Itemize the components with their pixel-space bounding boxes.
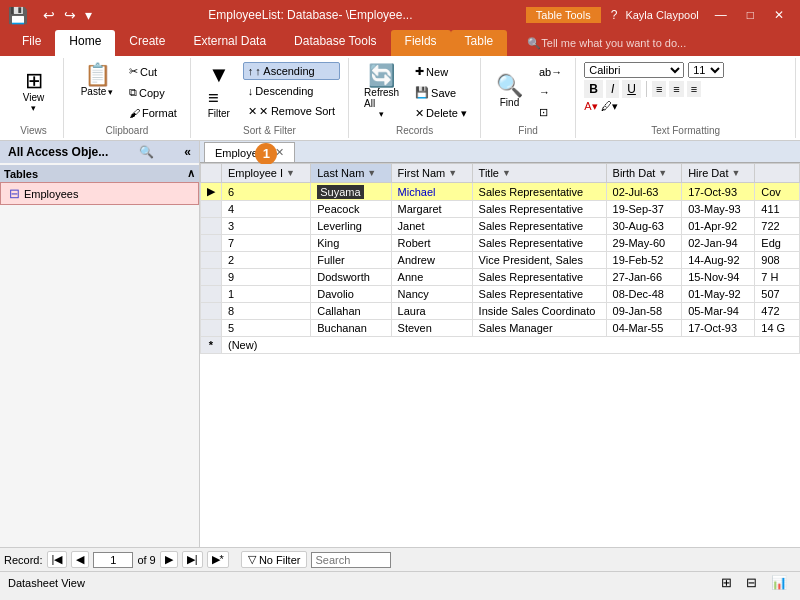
- tab-external-data[interactable]: External Data: [179, 30, 280, 56]
- table-row[interactable]: 4PeacockMargaretSales Representative19-S…: [201, 201, 800, 218]
- format-painter-button[interactable]: 🖌Format: [124, 104, 182, 122]
- table-row[interactable]: 7KingRobertSales Representative29-May-60…: [201, 235, 800, 252]
- cell-employeeid[interactable]: 9: [222, 269, 311, 286]
- cell-birthdate[interactable]: 02-Jul-63: [606, 183, 682, 201]
- delete-record-button[interactable]: ✕Delete ▾: [410, 104, 472, 123]
- copy-button[interactable]: ⧉Copy: [124, 83, 182, 102]
- cell-birthdate[interactable]: 27-Jan-66: [606, 269, 682, 286]
- table-row[interactable]: 8CallahanLauraInside Sales Coordinato09-…: [201, 303, 800, 320]
- goto-button[interactable]: →: [534, 83, 567, 101]
- cell-birthdate[interactable]: 29-May-60: [606, 235, 682, 252]
- cell-birthdate[interactable]: 08-Dec-48: [606, 286, 682, 303]
- cell-employeeid[interactable]: 4: [222, 201, 311, 218]
- cell-birthdate[interactable]: 19-Feb-52: [606, 252, 682, 269]
- tab-file[interactable]: File: [8, 30, 55, 56]
- close-button[interactable]: ✕: [766, 6, 792, 24]
- cell-lastname[interactable]: King: [311, 235, 391, 252]
- cell-hiredate[interactable]: 03-May-93: [682, 201, 755, 218]
- cell-extra[interactable]: 507: [755, 286, 800, 303]
- cell-hiredate[interactable]: 17-Oct-93: [682, 320, 755, 337]
- center-align-button[interactable]: ≡: [669, 81, 683, 97]
- cell-extra[interactable]: Cov: [755, 183, 800, 201]
- cell-employeeid[interactable]: 8: [222, 303, 311, 320]
- table-row[interactable]: 1DavolioNancySales Representative08-Dec-…: [201, 286, 800, 303]
- cut-button[interactable]: ✂Cut: [124, 62, 182, 81]
- bold-button[interactable]: B: [584, 80, 603, 98]
- cell-extra[interactable]: 722: [755, 218, 800, 235]
- cell-firstname[interactable]: Laura: [391, 303, 472, 320]
- col-header-hiredate[interactable]: Hire Dat▼: [682, 164, 755, 183]
- cell-birthdate[interactable]: 19-Sep-37: [606, 201, 682, 218]
- cell-title[interactable]: Sales Representative: [472, 286, 606, 303]
- col-header-lastname[interactable]: Last Nam▼: [311, 164, 391, 183]
- save-record-button[interactable]: 💾Save: [410, 83, 472, 102]
- cell-extra[interactable]: Edg: [755, 235, 800, 252]
- cell-employeeid[interactable]: 1: [222, 286, 311, 303]
- refresh-button[interactable]: 🔄 RefreshAll ▾: [357, 61, 406, 123]
- cell-hiredate[interactable]: 14-Aug-92: [682, 252, 755, 269]
- col-header-birthdate[interactable]: Birth Dat▼: [606, 164, 682, 183]
- cell-extra[interactable]: 411: [755, 201, 800, 218]
- italic-button[interactable]: I: [606, 80, 619, 98]
- table-row[interactable]: 5BuchananStevenSales Manager04-Mar-5517-…: [201, 320, 800, 337]
- paste-button[interactable]: 📋 Paste ▾: [72, 60, 122, 101]
- new-row-label[interactable]: (New): [222, 337, 800, 354]
- new-record-row[interactable]: *(New): [201, 337, 800, 354]
- replace-button[interactable]: ab→: [534, 63, 567, 81]
- cell-extra[interactable]: 908: [755, 252, 800, 269]
- tab-table[interactable]: Table: [451, 30, 508, 56]
- cell-hiredate[interactable]: 05-Mar-94: [682, 303, 755, 320]
- left-align-button[interactable]: ≡: [652, 81, 666, 97]
- filter-button[interactable]: ▼≡ Filter: [199, 60, 239, 123]
- cell-birthdate[interactable]: 30-Aug-63: [606, 218, 682, 235]
- cell-firstname[interactable]: Nancy: [391, 286, 472, 303]
- cell-hiredate[interactable]: 17-Oct-93: [682, 183, 755, 201]
- descending-button[interactable]: ↓ Descending: [243, 82, 340, 100]
- cell-firstname[interactable]: Margaret: [391, 201, 472, 218]
- right-align-button[interactable]: ≡: [687, 81, 701, 97]
- employees-tab[interactable]: Employees 1 ✕: [204, 142, 295, 162]
- cell-firstname[interactable]: Steven: [391, 320, 472, 337]
- tell-me-label[interactable]: Tell me what you want to do...: [541, 37, 686, 49]
- next-record-button[interactable]: ▶: [160, 551, 178, 568]
- nav-item-employees[interactable]: ⊟ Employees: [0, 182, 199, 205]
- cell-hiredate[interactable]: 02-Jan-94: [682, 235, 755, 252]
- last-record-button[interactable]: ▶|: [182, 551, 203, 568]
- view-button[interactable]: ⊞ View ▾: [14, 66, 54, 117]
- table-row[interactable]: 9DodsworthAnneSales Representative27-Jan…: [201, 269, 800, 286]
- tab-create[interactable]: Create: [115, 30, 179, 56]
- pivot-chart-button[interactable]: 📊: [766, 573, 792, 592]
- prev-record-button[interactable]: ◀: [71, 551, 89, 568]
- cell-title[interactable]: Sales Representative: [472, 201, 606, 218]
- cell-lastname[interactable]: Buchanan: [311, 320, 391, 337]
- cell-hiredate[interactable]: 01-Apr-92: [682, 218, 755, 235]
- table-row[interactable]: ▶6SuyamaMichaelSales Representative02-Ju…: [201, 183, 800, 201]
- select-button[interactable]: ⊡: [534, 103, 567, 122]
- new-record-button[interactable]: ✚New: [410, 62, 472, 81]
- cell-title[interactable]: Sales Manager: [472, 320, 606, 337]
- cell-lastname[interactable]: Leverling: [311, 218, 391, 235]
- cell-hiredate[interactable]: 15-Nov-94: [682, 269, 755, 286]
- font-size-select[interactable]: 11: [688, 62, 724, 78]
- tab-fields[interactable]: Fields: [391, 30, 451, 56]
- remove-sort-button[interactable]: ✕ ✕ Remove Sort: [243, 102, 340, 121]
- col-header-employeeid[interactable]: Employee I▼: [222, 164, 311, 183]
- find-button[interactable]: 🔍 Find: [489, 71, 530, 112]
- col-header-firstname[interactable]: First Nam▼: [391, 164, 472, 183]
- cell-title[interactable]: Inside Sales Coordinato: [472, 303, 606, 320]
- first-record-button[interactable]: |◀: [47, 551, 68, 568]
- cell-title[interactable]: Sales Representative: [472, 269, 606, 286]
- tab-database-tools[interactable]: Database Tools: [280, 30, 391, 56]
- col-header-extra[interactable]: [755, 164, 800, 183]
- col-header-title[interactable]: Title▼: [472, 164, 606, 183]
- table-row[interactable]: 3LeverlingJanetSales Representative30-Au…: [201, 218, 800, 235]
- current-record-input[interactable]: [93, 552, 133, 568]
- cell-firstname[interactable]: Janet: [391, 218, 472, 235]
- search-input[interactable]: [311, 552, 391, 568]
- cell-extra[interactable]: 7 H: [755, 269, 800, 286]
- font-family-select[interactable]: Calibri: [584, 62, 684, 78]
- cell-firstname[interactable]: Michael: [391, 183, 472, 201]
- cell-lastname[interactable]: Peacock: [311, 201, 391, 218]
- cell-firstname[interactable]: Anne: [391, 269, 472, 286]
- nav-pane-search-icon[interactable]: 🔍: [139, 145, 154, 159]
